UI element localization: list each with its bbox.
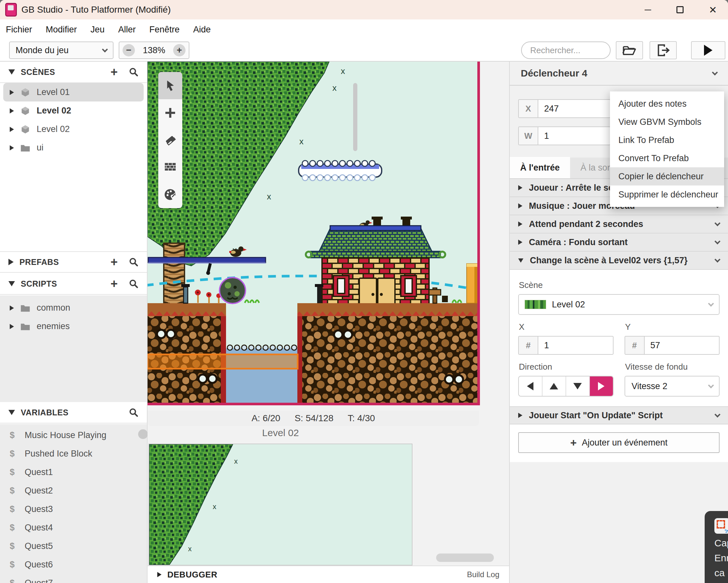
sidebar-item-level02[interactable]: Level 02 xyxy=(0,102,147,120)
variable-item[interactable]: $Pushed Ice Block xyxy=(0,445,147,463)
expand-triangle-icon[interactable] xyxy=(518,203,522,209)
menu-aide[interactable]: Aide xyxy=(193,25,211,35)
variables-section-header[interactable]: VARIABLES xyxy=(0,402,147,423)
menu-item-link-prefab[interactable]: Link To Prefab xyxy=(610,131,724,149)
trigger-w-field[interactable]: W 1 xyxy=(518,127,610,145)
expand-triangle-icon[interactable] xyxy=(10,306,14,311)
snipping-notification-toast[interactable]: ✂ Cap Enr ca xyxy=(705,511,728,583)
direction-down-button[interactable] xyxy=(566,376,590,396)
expand-triangle-icon[interactable] xyxy=(10,90,14,95)
sidebar-item-ui[interactable]: ui xyxy=(0,138,147,157)
x-field-value[interactable]: 247 xyxy=(538,100,610,117)
event-row-on-update[interactable]: Joueur Start "On Update" Script xyxy=(510,406,728,424)
expand-triangle-icon[interactable] xyxy=(518,185,522,190)
search-variables-button[interactable] xyxy=(129,407,138,417)
event-row-wait[interactable]: Attend pendant 2 secondes xyxy=(510,215,728,234)
collapse-triangle-icon[interactable] xyxy=(518,259,523,263)
search-scripts-button[interactable] xyxy=(129,279,138,289)
prefabs-section-header[interactable]: PREFABS + xyxy=(0,251,147,273)
event-row-fade-out[interactable]: Caméra : Fondu sortant xyxy=(510,234,728,251)
sidebar-item-level02b[interactable]: Level 02 xyxy=(0,120,147,138)
chevron-down-icon[interactable] xyxy=(712,70,718,75)
expand-triangle-icon[interactable] xyxy=(10,127,14,132)
trigger-x-field[interactable]: X 247 xyxy=(518,99,610,118)
minimize-button[interactable]: ─ xyxy=(645,4,651,15)
menu-item-copy-trigger[interactable]: Copier le déclencheur xyxy=(610,167,724,185)
zoom-out-button[interactable]: − xyxy=(123,44,135,56)
scenes-section-header[interactable]: SCÈNES + xyxy=(0,61,147,83)
sidebar-item-common[interactable]: common xyxy=(0,299,147,317)
scripts-section-header[interactable]: SCRIPTS + xyxy=(0,273,147,295)
menu-item-delete-trigger[interactable]: Supprimer le déclencheur xyxy=(610,185,724,204)
export-button[interactable] xyxy=(650,41,677,59)
search-input[interactable]: Rechercher... xyxy=(521,42,610,59)
eraser-tool-button[interactable] xyxy=(158,127,182,154)
search-scenes-button[interactable] xyxy=(129,67,138,77)
game-scene-level02[interactable]: xxxxx xyxy=(148,61,480,405)
chevron-down-icon[interactable] xyxy=(714,220,720,226)
search-prefabs-button[interactable] xyxy=(129,257,138,267)
chevron-down-icon[interactable] xyxy=(714,412,720,417)
w-field-value[interactable]: 1 xyxy=(538,127,610,144)
chevron-down-icon[interactable] xyxy=(714,238,720,244)
fade-speed-select[interactable]: Vitesse 2 xyxy=(625,376,720,397)
scene-x-field[interactable]: # 1 xyxy=(518,336,614,355)
expand-triangle-icon[interactable] xyxy=(518,413,522,418)
menu-item-add-notes[interactable]: Ajouter des notes xyxy=(610,95,724,113)
open-project-folder-button[interactable] xyxy=(616,41,643,59)
direction-left-button[interactable] xyxy=(519,376,543,396)
scene-canvas[interactable]: xxxxx xyxy=(148,61,509,583)
tab-on-enter[interactable]: À l'entrée xyxy=(510,157,570,178)
zoom-in-button[interactable]: + xyxy=(173,44,185,56)
menu-item-view-gbvm[interactable]: View GBVM Symbols xyxy=(610,113,724,131)
variable-item[interactable]: $Music House Playing xyxy=(0,426,147,445)
variable-item[interactable]: $Quest3 xyxy=(0,500,147,519)
scene-y-value[interactable]: 57 xyxy=(645,337,719,354)
run-game-button[interactable] xyxy=(691,41,725,59)
menu-jeu[interactable]: Jeu xyxy=(90,25,105,35)
debugger-bar[interactable]: DEBUGGER Build Log xyxy=(148,565,509,583)
event-row-change-scene[interactable]: Change la scène à Level02 vers {1,57} xyxy=(510,251,728,270)
vertical-scrollbar-thumb[interactable] xyxy=(353,83,357,151)
scene-y-field[interactable]: # 57 xyxy=(625,336,720,355)
direction-up-button[interactable] xyxy=(543,376,566,396)
world-select-dropdown[interactable]: Monde du jeu xyxy=(9,42,113,59)
variable-item[interactable]: $Quest6 xyxy=(0,555,147,574)
expand-triangle-icon[interactable] xyxy=(10,108,14,113)
scene-title-label[interactable]: Level 02 xyxy=(149,427,413,439)
menu-fenetre[interactable]: Fenêtre xyxy=(150,25,180,35)
scene-select[interactable]: Level 02 xyxy=(518,294,720,315)
variable-item[interactable]: $Quest4 xyxy=(0,519,147,537)
menu-modifier[interactable]: Modifier xyxy=(46,25,77,35)
chevron-down-icon[interactable] xyxy=(714,257,720,262)
expand-triangle-icon[interactable] xyxy=(10,145,14,151)
maximize-button[interactable] xyxy=(676,6,683,13)
variable-item[interactable]: $Quest1 xyxy=(0,463,147,481)
expand-triangle-icon[interactable] xyxy=(518,240,522,245)
add-tool-button[interactable] xyxy=(158,99,182,127)
expand-triangle-icon[interactable] xyxy=(518,221,522,227)
sidebar-item-level01[interactable]: Level 01 xyxy=(3,83,144,102)
close-button[interactable]: ✕ xyxy=(709,4,717,16)
orange-selection-beam[interactable] xyxy=(148,354,298,369)
variable-item[interactable]: $Quest2 xyxy=(0,481,147,500)
menu-fichier[interactable]: Fichier xyxy=(6,25,32,35)
horizontal-scrollbar-thumb[interactable] xyxy=(436,554,494,562)
collision-tool-button[interactable] xyxy=(158,154,182,181)
direction-right-button-selected[interactable] xyxy=(590,376,613,396)
expand-triangle-icon[interactable] xyxy=(10,324,14,329)
add-event-button[interactable]: + Ajouter un événement xyxy=(518,432,720,453)
sidebar-item-enemies[interactable]: enemies xyxy=(0,317,147,336)
select-tool-button[interactable] xyxy=(158,72,182,99)
colorize-tool-button[interactable] xyxy=(158,181,182,208)
menu-aller[interactable]: Aller xyxy=(119,25,136,35)
sidebar-scrollbar-thumb[interactable] xyxy=(138,429,148,439)
variable-item[interactable]: $Quest7 xyxy=(0,574,147,583)
scene-x-value[interactable]: 1 xyxy=(538,337,613,354)
expand-triangle-icon[interactable] xyxy=(157,572,161,577)
scene-preview-level02[interactable]: xxx xyxy=(149,444,413,565)
build-log-link[interactable]: Build Log xyxy=(467,570,499,579)
enemy-plant-actor[interactable] xyxy=(219,277,245,303)
menu-item-convert-prefab[interactable]: Convert To Prefab xyxy=(610,149,724,167)
variable-item[interactable]: $Quest5 xyxy=(0,537,147,555)
